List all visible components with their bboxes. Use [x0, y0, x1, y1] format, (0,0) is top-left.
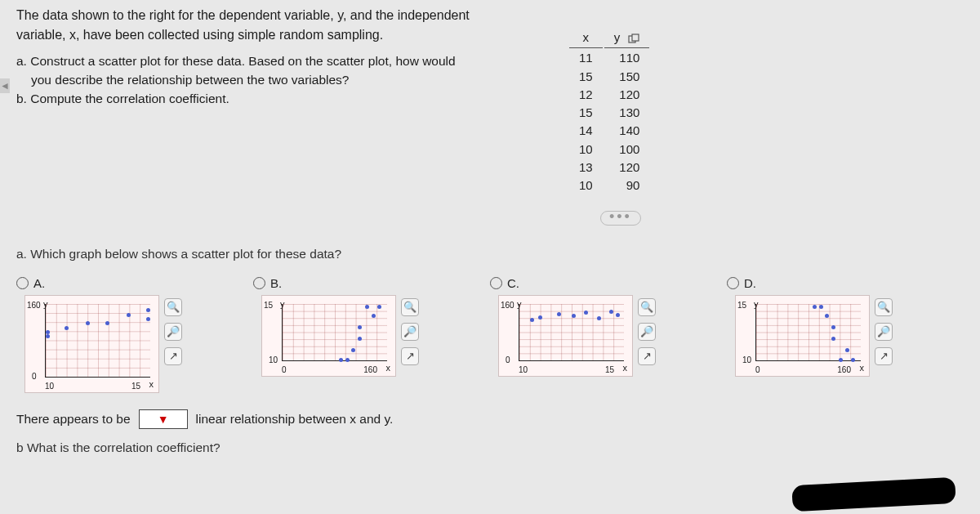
plot-A: y x 160 0 10 15 [24, 295, 159, 393]
fill-in-row: There appears to be ▼ linear relationshi… [16, 409, 972, 429]
task-b: b. Compute the correlation coefficient. [16, 91, 474, 108]
table-row: 13120 [569, 159, 649, 176]
plot-B: y x 15 10 0 160 [261, 295, 396, 377]
task-a-line2: you describe the relationship between th… [16, 72, 474, 89]
option-D-label: D. [744, 276, 756, 290]
relationship-select[interactable]: ▼ [139, 409, 188, 429]
intro-line2: variable, x, have been collected using s… [16, 26, 474, 44]
table-row: 10100 [569, 141, 649, 158]
prev-nav-icon[interactable]: ◄ [0, 78, 10, 93]
ellipsis-button[interactable]: ••• [600, 211, 641, 226]
option-D: D. y x 15 10 0 160 [727, 276, 964, 393]
zoom-out-icon[interactable]: 🔎 [875, 323, 893, 341]
zoom-in-icon[interactable]: 🔍 [401, 298, 419, 316]
svg-rect-1 [632, 34, 639, 41]
zoom-in-icon[interactable]: 🔍 [164, 298, 182, 316]
fill-pre: There appears to be [16, 412, 131, 427]
col-y-header: y [604, 29, 650, 48]
options-row: A. y x 160 0 10 15 [16, 276, 972, 393]
zoom-out-icon[interactable]: 🔎 [638, 323, 656, 341]
option-A: A. y x 160 0 10 15 [16, 276, 253, 393]
radio-B[interactable] [253, 277, 265, 289]
plot-C: y x 160 0 10 15 [498, 295, 633, 377]
radio-A[interactable] [16, 277, 29, 289]
option-C-label: C. [507, 276, 519, 290]
col-x-header: x [569, 29, 603, 48]
option-B: B. y x 15 10 0 160 [253, 276, 490, 393]
table-row: 12120 [569, 87, 649, 103]
part-b-cutoff: b What is the correlation coefficient? [16, 440, 972, 455]
radio-C[interactable] [490, 277, 502, 289]
popout-icon[interactable]: ↗ [164, 347, 182, 365]
table-row: 11110 [569, 50, 649, 66]
table-row: 15130 [569, 105, 649, 121]
table-row: 14140 [569, 123, 649, 139]
zoom-out-icon[interactable]: 🔎 [164, 323, 182, 341]
option-C: C. y x 160 0 10 15 [490, 276, 727, 393]
redacted-overlay [791, 477, 956, 512]
data-table: x y 11110 15150 12120 15130 14140 10100 … [568, 28, 651, 195]
table-row: 15150 [569, 69, 649, 85]
plot-D: y x 15 10 0 160 [735, 295, 870, 377]
caret-down-icon: ▼ [158, 413, 169, 426]
part-a-question: a. Which graph below shows a scatter plo… [16, 247, 972, 261]
table-row: 1090 [569, 177, 649, 194]
zoom-in-icon[interactable]: 🔍 [638, 298, 656, 316]
popout-icon[interactable]: ↗ [401, 347, 419, 365]
problem-statement: The data shown to the right for the depe… [16, 7, 474, 108]
option-A-label: A. [33, 276, 45, 290]
radio-D[interactable] [727, 277, 739, 289]
popout-icon[interactable] [628, 33, 639, 44]
zoom-in-icon[interactable]: 🔍 [875, 298, 893, 316]
option-B-label: B. [270, 276, 282, 290]
intro-line1: The data shown to the right for the depe… [16, 7, 474, 25]
zoom-out-icon[interactable]: 🔎 [401, 323, 419, 341]
popout-icon[interactable]: ↗ [875, 347, 893, 365]
fill-post: linear relationship between x and y. [196, 412, 394, 427]
task-a-line1: a. Construct a scatter plot for these da… [16, 53, 474, 70]
popout-icon[interactable]: ↗ [638, 347, 656, 365]
